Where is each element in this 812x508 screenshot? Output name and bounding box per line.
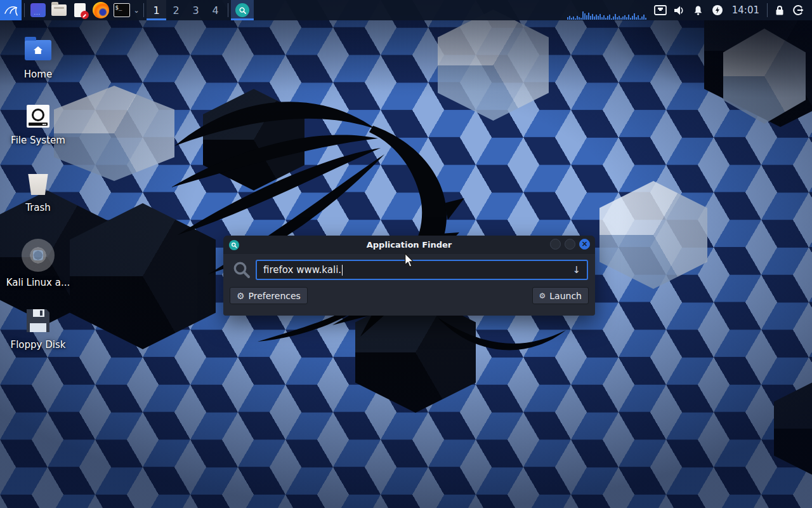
- lock-screen-button[interactable]: [770, 0, 789, 20]
- desktop-icon-file-system[interactable]: File System: [5, 102, 71, 146]
- speaker-volume-icon: [673, 5, 685, 16]
- desktop-icon-label: Home: [24, 69, 52, 80]
- search-input-value: firefox www.kali.: [263, 264, 341, 276]
- mouse-cursor: [404, 253, 414, 268]
- floppy-icon: [27, 309, 49, 332]
- panel-clock[interactable]: 14:01: [727, 4, 764, 16]
- minimize-button[interactable]: [550, 239, 561, 250]
- gear-icon: ⚙: [237, 291, 245, 301]
- trash-icon: [27, 172, 49, 195]
- desktop-icon-home[interactable]: Home: [5, 36, 71, 80]
- power-lightning-icon: [712, 4, 723, 16]
- desktop-icon-kali-disc[interactable]: Kali Linux a...: [5, 237, 71, 288]
- kali-dragon-icon: [4, 3, 18, 17]
- power-manager-tray-button[interactable]: [708, 0, 727, 20]
- bell-icon: [693, 5, 704, 16]
- search-input[interactable]: firefox www.kali. ↓: [256, 260, 588, 280]
- volume-tray-button[interactable]: [670, 0, 689, 20]
- launcher-terminal[interactable]: $_: [111, 0, 132, 20]
- workspace-button-3[interactable]: 3: [186, 0, 206, 20]
- desktop-icon-label: File System: [11, 135, 65, 146]
- launcher-text-editor[interactable]: [69, 0, 90, 20]
- desktop-window-icon: ...: [30, 3, 46, 17]
- firefox-icon: [93, 2, 109, 18]
- launcher-file-manager[interactable]: [48, 0, 69, 20]
- terminal-icon: $_: [114, 3, 130, 17]
- launcher-firefox[interactable]: [90, 0, 111, 20]
- panel-separator: [24, 3, 25, 17]
- top-panel: ... $_ ⌄ 1 2 3 4: [0, 0, 812, 20]
- application-finder-titlebar[interactable]: Application Finder ×: [223, 236, 595, 254]
- logout-icon: [793, 4, 804, 16]
- workspace-button-2[interactable]: 2: [166, 0, 186, 20]
- dropdown-arrow-icon[interactable]: ↓: [572, 264, 580, 276]
- notifications-tray-button[interactable]: [689, 0, 708, 20]
- desktop-icon-label: Floppy Disk: [11, 339, 66, 351]
- search-icon: [232, 260, 251, 279]
- application-finder-title-icon: [229, 240, 239, 250]
- disc-icon: [22, 239, 55, 272]
- text-editor-icon: [74, 3, 86, 17]
- application-finder-icon: [235, 3, 249, 17]
- launch-button-label: Launch: [549, 291, 582, 301]
- workspace-button-4[interactable]: 4: [206, 0, 225, 20]
- network-monitor[interactable]: [567, 10, 647, 20]
- maximize-button[interactable]: [565, 239, 575, 250]
- desktop-icon-floppy[interactable]: Floppy Disk: [5, 306, 71, 351]
- network-tray-button[interactable]: [651, 0, 670, 20]
- logout-button[interactable]: [789, 0, 808, 20]
- application-finder-window: Application Finder × firefox www.kali. ↓…: [223, 236, 595, 316]
- window-title: Application Finder: [223, 240, 595, 250]
- taskbar-application-finder[interactable]: [231, 0, 254, 20]
- applications-menu-button[interactable]: [0, 0, 22, 20]
- launcher-desktop-app[interactable]: ...: [27, 0, 48, 20]
- desktop-icon-label: Kali Linux a...: [6, 277, 70, 288]
- ethernet-network-icon: [654, 5, 667, 15]
- lock-icon: [775, 5, 785, 16]
- launcher-dropdown-chevron-icon[interactable]: ⌄: [132, 6, 141, 15]
- preferences-button[interactable]: ⚙ Preferences: [230, 287, 308, 304]
- launch-button[interactable]: ⚙ Launch: [532, 287, 589, 304]
- close-button[interactable]: ×: [579, 239, 590, 250]
- panel-separator: [767, 3, 768, 17]
- drive-icon: [27, 105, 49, 128]
- preferences-button-label: Preferences: [249, 291, 301, 301]
- desktop-icon-label: Trash: [25, 202, 51, 213]
- launch-run-icon: ⚙: [539, 291, 546, 300]
- desktop-icon-trash[interactable]: Trash: [5, 169, 71, 213]
- panel-separator: [143, 3, 144, 17]
- text-caret: [342, 265, 343, 276]
- workspace-button-1[interactable]: 1: [147, 0, 166, 20]
- panel-separator: [228, 3, 228, 17]
- home-folder-icon: [25, 40, 51, 60]
- file-manager-icon: [51, 4, 67, 16]
